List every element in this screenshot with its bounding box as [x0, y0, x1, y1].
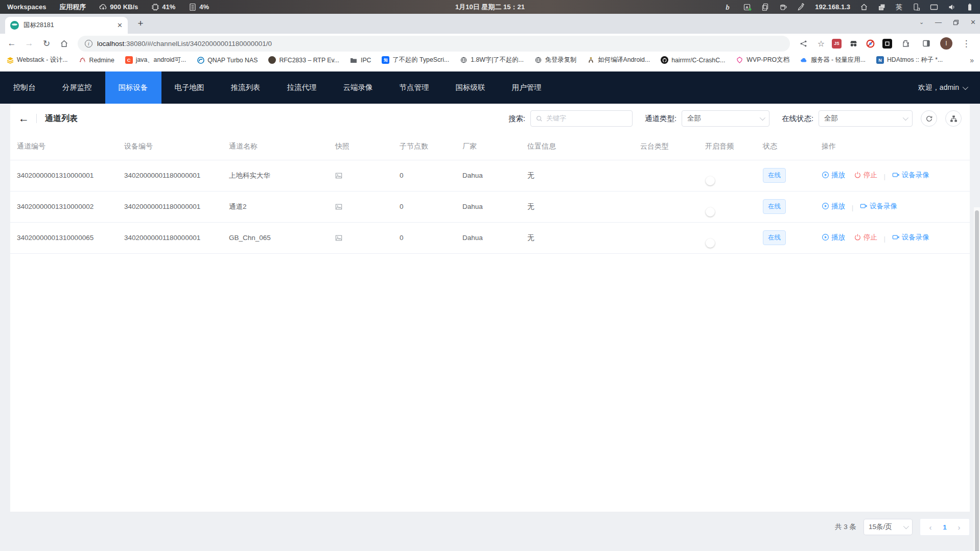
status-badge[interactable]: 在线	[763, 199, 786, 214]
nav-item-split-monitor[interactable]: 分屏监控	[49, 71, 105, 104]
window-restore-button[interactable]	[953, 19, 959, 26]
tree-view-button[interactable]	[945, 110, 962, 127]
coffee-tray-icon[interactable]	[779, 3, 787, 11]
back-arrow-button[interactable]: ←	[18, 112, 29, 125]
url-bar[interactable]: i localhost:38080/#/channelList/34020000…	[78, 36, 790, 52]
tab-title: 国标28181	[24, 21, 112, 30]
col-device-id: 设备编号	[118, 133, 222, 160]
video-camera-icon	[860, 202, 868, 210]
bookmark-cloud-server[interactable]: 服务器 - 轻量应用...	[800, 56, 866, 64]
stop-button[interactable]: 停止	[854, 233, 877, 242]
bookmark-android-build[interactable]: 如何编译Android...	[587, 56, 650, 64]
bing-tray-icon[interactable]: b	[726, 3, 734, 11]
input-method-indicator[interactable]: 英	[896, 3, 902, 12]
translate-tray-icon[interactable]: A	[743, 3, 752, 11]
channel-type-select[interactable]: 全部	[682, 110, 769, 127]
bookmark-zhihu-typescript[interactable]: 知 了不起的 TypeScri...	[382, 56, 449, 64]
browser-home-button[interactable]	[57, 37, 71, 50]
new-tab-button[interactable]: +	[134, 17, 147, 30]
tab-search-icon[interactable]: ⌄	[919, 19, 924, 26]
bookmark-csdn[interactable]: C java、android可...	[125, 56, 186, 64]
play-button[interactable]: 播放	[822, 171, 845, 180]
cloud-icon	[800, 56, 808, 64]
workspaces-button[interactable]: Workspaces	[7, 3, 46, 11]
nav-item-cloud-record[interactable]: 云端录像	[330, 71, 386, 104]
extension-incognito-icon[interactable]	[849, 39, 858, 49]
site-info-icon[interactable]: i	[85, 40, 92, 47]
nav-item-push-list[interactable]: 推流列表	[218, 71, 274, 104]
col-status: 状态	[756, 133, 815, 160]
bookmark-github-crash[interactable]: hairrrrr/C-CrashC...	[661, 56, 725, 64]
extension-adblock-icon[interactable]	[866, 39, 875, 49]
extension-js-icon[interactable]: JS	[832, 39, 842, 49]
bookmarks-bar: Webstack - 设计... Redmine C java、android可…	[0, 53, 980, 67]
forward-button[interactable]: →	[22, 37, 36, 50]
qnap-icon	[197, 56, 204, 64]
play-button[interactable]: 播放	[822, 233, 845, 242]
online-status-select[interactable]: 全部	[819, 110, 913, 127]
display-tray-icon[interactable]	[930, 3, 938, 11]
prev-page-button[interactable]: ‹	[923, 523, 938, 532]
device-record-button[interactable]: 设备录像	[892, 171, 929, 180]
ip-address-indicator[interactable]: 192.168.1.3	[815, 3, 850, 11]
nav-item-user-manage[interactable]: 用户管理	[499, 71, 555, 104]
tab-close-icon[interactable]: ✕	[117, 21, 123, 29]
stop-button[interactable]: 停止	[854, 171, 877, 180]
share-icon[interactable]	[797, 37, 810, 50]
nav-item-console[interactable]: 控制台	[0, 71, 49, 104]
nav-item-gb-cascade[interactable]: 国标级联	[442, 71, 499, 104]
battery-tray-icon[interactable]	[966, 3, 974, 11]
nav-item-pull-proxy[interactable]: 拉流代理	[274, 71, 330, 104]
play-button[interactable]: 播放	[822, 202, 845, 211]
back-button[interactable]: ←	[5, 37, 18, 50]
window-close-button[interactable]: ✕	[970, 18, 976, 26]
page-size-select[interactable]: 15条/页	[864, 519, 913, 535]
bookmark-qnap[interactable]: QNAP Turbo NAS	[197, 56, 258, 64]
bookmark-webstack[interactable]: Webstack - 设计...	[6, 56, 68, 64]
nav-item-node-manage[interactable]: 节点管理	[386, 71, 442, 104]
bookmark-folder-ipc[interactable]: IPC	[350, 56, 371, 64]
power-icon	[854, 171, 861, 179]
nav-item-e-map[interactable]: 电子地图	[161, 71, 218, 104]
phone-link-tray-icon[interactable]	[912, 3, 920, 11]
bookmark-wvp-docs[interactable]: WVP-PRO文档	[736, 56, 789, 64]
search-input[interactable]: 关键字	[530, 110, 633, 127]
table-row: 34020000001310000002 3402000000118000000…	[10, 191, 970, 222]
scrollbar-thumb[interactable]	[975, 210, 979, 551]
window-switcher-tray-icon[interactable]	[878, 3, 886, 11]
device-record-button[interactable]: 设备录像	[860, 202, 897, 211]
device-record-button[interactable]: 设备录像	[892, 233, 929, 242]
status-badge[interactable]: 在线	[763, 230, 786, 245]
bookmark-article[interactable]: 1.8W字|了不起的...	[460, 56, 524, 64]
current-page[interactable]: 1	[938, 523, 952, 531]
bookmark-star-icon[interactable]: ☆	[818, 39, 825, 49]
bookmark-rfc2833[interactable]: RFC2833 – RTP Ev...	[268, 56, 339, 64]
bookmark-redmine[interactable]: Redmine	[79, 56, 114, 64]
pager: ‹ 1 ›	[920, 518, 970, 536]
side-panel-icon[interactable]	[920, 37, 933, 50]
refresh-button[interactable]	[921, 110, 937, 127]
bookmark-copy-free[interactable]: 免登录复制	[534, 56, 576, 64]
bookmarks-overflow-chevron[interactable]: »	[970, 56, 974, 64]
color-picker-tray-icon[interactable]	[797, 3, 805, 11]
reload-button[interactable]: ↻	[40, 37, 53, 50]
home-tray-icon[interactable]	[860, 3, 868, 11]
volume-tray-icon[interactable]	[948, 3, 956, 11]
folder-icon	[350, 56, 358, 64]
status-badge[interactable]: 在线	[763, 168, 786, 183]
system-clock[interactable]: 1月10日 星期二 15：21	[455, 3, 525, 12]
page-title: 通道列表	[45, 113, 78, 124]
extension-dark-icon[interactable]	[882, 39, 892, 49]
extensions-puzzle-icon[interactable]	[899, 37, 913, 50]
clipboard-tray-icon[interactable]	[761, 3, 769, 11]
browser-profile-avatar[interactable]: I	[940, 37, 952, 50]
next-page-button[interactable]: ›	[952, 523, 966, 532]
browser-menu-icon[interactable]: ⋮	[960, 37, 973, 50]
page-scrollbar[interactable]	[974, 207, 980, 551]
browser-tab[interactable]: 国标28181 ✕	[5, 17, 128, 34]
window-minimize-button[interactable]: —	[935, 18, 942, 26]
applications-button[interactable]: 应用程序	[59, 3, 86, 12]
welcome-admin-menu[interactable]: 欢迎，admin	[918, 71, 980, 104]
bookmark-hdatmos[interactable]: N HDAtmos :: 种子 *...	[876, 56, 943, 64]
nav-item-gb-devices[interactable]: 国标设备	[105, 71, 161, 104]
